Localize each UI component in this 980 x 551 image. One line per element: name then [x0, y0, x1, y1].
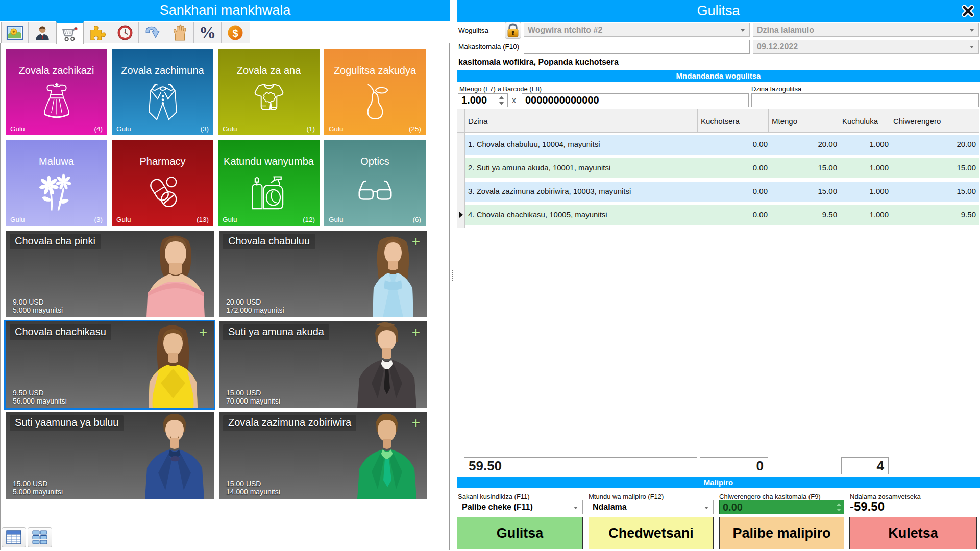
svg-text:$: $ [232, 27, 238, 38]
